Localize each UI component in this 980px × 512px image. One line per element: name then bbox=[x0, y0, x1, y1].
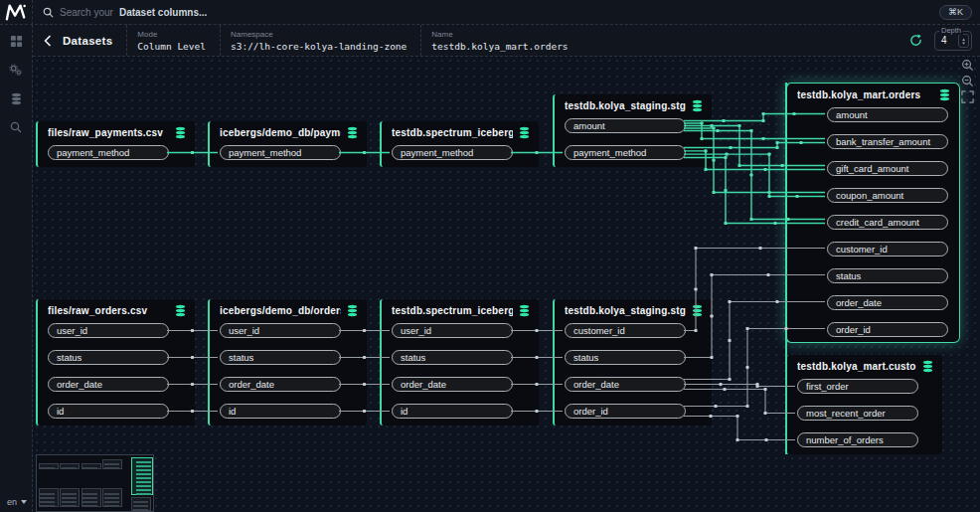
database-icon bbox=[174, 304, 187, 317]
sidebar-item-dashboard[interactable] bbox=[6, 33, 26, 49]
fit-view-icon bbox=[961, 90, 974, 103]
database-icon bbox=[518, 126, 531, 139]
column-chip-credit_card_amount[interactable]: credit_card_amount bbox=[827, 215, 948, 230]
minimap-column bbox=[104, 505, 119, 507]
dataset-node-title: testdb.spectrum_iceberg_d... bbox=[392, 305, 513, 316]
search-input[interactable]: Search your Dataset columns... bbox=[33, 7, 939, 18]
column-chip-status[interactable]: status bbox=[565, 350, 686, 365]
dataset-node-staging_payments[interactable]: testdb.kolya_staging.stg_... amountpayme… bbox=[553, 94, 712, 167]
dataset-node-spectrum_orders[interactable]: testdb.spectrum_iceberg_d... user_idstat… bbox=[380, 299, 539, 426]
column-chip-order_id[interactable]: order_id bbox=[565, 404, 686, 419]
dataset-node-spectrum_payments[interactable]: testdb.spectrum_iceberg_d... payment_met… bbox=[380, 121, 539, 167]
namespace-field: Namespace s3://lh-core-kolya-landing-zon… bbox=[220, 25, 420, 56]
back-button[interactable] bbox=[33, 35, 63, 47]
minimap-column bbox=[82, 467, 97, 469]
zoom-out-icon bbox=[961, 75, 974, 87]
column-chip-user_id[interactable]: user_id bbox=[48, 323, 169, 338]
column-chip-first_order[interactable]: first_order bbox=[797, 379, 918, 394]
column-chip-order_id[interactable]: order_id bbox=[827, 322, 948, 337]
minimap-column bbox=[133, 509, 148, 511]
column-chip-customer_id[interactable]: customer_id bbox=[565, 323, 686, 338]
language-selector[interactable]: en bbox=[7, 497, 27, 507]
depth-control[interactable]: Depth 4 ▴▾ bbox=[934, 31, 972, 51]
column-chip-payment_method[interactable]: payment_method bbox=[48, 145, 169, 160]
database-icon bbox=[346, 304, 359, 317]
column-chip-id[interactable]: id bbox=[48, 404, 169, 419]
minimap-column bbox=[82, 493, 97, 495]
marquez-logo-icon bbox=[3, 2, 29, 22]
depth-label: Depth bbox=[939, 26, 963, 35]
column-chip-status[interactable]: status bbox=[220, 350, 341, 365]
column-chip-status[interactable]: status bbox=[392, 350, 513, 365]
dataset-node-demo_payments[interactable]: icebergs/demo_db/payments payment_method bbox=[208, 121, 367, 167]
dataset-node-staging_orders[interactable]: testdb.kolya_staging.stg_... customer_id… bbox=[553, 299, 712, 426]
zoom-in-button[interactable] bbox=[959, 59, 975, 72]
column-chip-coupon_amount[interactable]: coupon_amount bbox=[827, 188, 948, 203]
column-chip-most_recent_order[interactable]: most_recent_order bbox=[797, 406, 918, 421]
dataset-node-title: testdb.spectrum_iceberg_d... bbox=[392, 127, 513, 138]
dataset-node-title: testdb.kolya_staging.stg_... bbox=[565, 100, 686, 111]
dataset-node-title: icebergs/demo_db/payments bbox=[220, 127, 341, 138]
minimap-column bbox=[136, 461, 151, 463]
column-chip-status[interactable]: status bbox=[48, 350, 169, 365]
minimap-column bbox=[136, 469, 151, 471]
database-icon bbox=[174, 126, 187, 139]
column-chip-payment_method[interactable]: payment_method bbox=[565, 145, 686, 160]
fit-view-button[interactable] bbox=[959, 90, 975, 103]
name-field: Name testdb.kolya_mart.orders bbox=[420, 25, 581, 56]
mode-field: Mode Column Level bbox=[126, 25, 220, 56]
column-chip-order_date[interactable]: order_date bbox=[220, 377, 341, 392]
dataset-node-title: files/raw_orders.csv bbox=[48, 305, 169, 316]
column-chip-payment_method[interactable]: payment_method bbox=[392, 145, 513, 160]
column-chip-user_id[interactable]: user_id bbox=[392, 323, 513, 338]
minimap-column bbox=[82, 497, 97, 499]
column-chip-payment_method[interactable]: payment_method bbox=[220, 145, 341, 160]
minimap[interactable] bbox=[36, 454, 154, 512]
minimap-column bbox=[62, 493, 77, 495]
dataset-node-title: testdb.kolya_mart.custome... bbox=[797, 361, 916, 372]
minimap-column bbox=[40, 467, 55, 469]
column-chip-gift_card_amount[interactable]: gift_card_amount bbox=[827, 161, 948, 176]
column-chip-order_date[interactable]: order_date bbox=[392, 377, 513, 392]
column-chip-amount[interactable]: amount bbox=[565, 118, 686, 133]
refresh-button[interactable] bbox=[909, 34, 922, 47]
minimap-column bbox=[104, 497, 119, 499]
sidebar-item-datasets[interactable] bbox=[6, 90, 26, 106]
minimap-column bbox=[133, 501, 148, 503]
dataset-node-mart_customers[interactable]: testdb.kolya_mart.custome... first_order… bbox=[785, 355, 942, 454]
sidebar-item-search[interactable] bbox=[6, 119, 26, 135]
dataset-node-title: icebergs/demo_db/orders bbox=[220, 305, 341, 316]
column-chip-status[interactable]: status bbox=[827, 268, 948, 283]
column-chip-id[interactable]: id bbox=[220, 404, 341, 419]
search-icon bbox=[43, 7, 54, 18]
minimap-column bbox=[136, 473, 151, 475]
dataset-node-raw_orders[interactable]: files/raw_orders.csv user_idstatusorder_… bbox=[36, 299, 195, 426]
chevron-left-icon bbox=[43, 35, 53, 47]
column-chip-order_date[interactable]: order_date bbox=[827, 295, 948, 310]
column-chip-user_id[interactable]: user_id bbox=[220, 323, 341, 338]
sidebar-item-jobs[interactable] bbox=[6, 62, 26, 78]
zoom-out-button[interactable] bbox=[959, 75, 975, 87]
dataset-node-mart_orders[interactable]: testdb.kolya_mart.orders amountbank_tran… bbox=[785, 83, 960, 343]
minimap-column bbox=[136, 489, 151, 491]
database-icon bbox=[691, 99, 704, 112]
column-chip-order_date[interactable]: order_date bbox=[48, 377, 169, 392]
dataset-node-raw_payments[interactable]: files/raw_payments.csv payment_method bbox=[36, 121, 195, 167]
refresh-icon bbox=[909, 34, 922, 47]
dataset-node-demo_orders[interactable]: icebergs/demo_db/orders user_idstatusord… bbox=[208, 299, 367, 426]
minimap-column bbox=[40, 505, 55, 507]
minimap-column bbox=[136, 477, 151, 479]
column-chip-order_date[interactable]: order_date bbox=[565, 377, 686, 392]
chevron-down-icon bbox=[21, 500, 27, 504]
minimap-column bbox=[62, 467, 77, 469]
minimap-column bbox=[104, 493, 119, 495]
column-chip-customer_id[interactable]: customer_id bbox=[827, 242, 948, 256]
depth-stepper[interactable]: ▴▾ bbox=[958, 34, 969, 48]
column-chip-bank_transfer_amount[interactable]: bank_transfer_amount bbox=[827, 134, 948, 149]
column-chip-id[interactable]: id bbox=[392, 404, 513, 419]
marquez-logo[interactable] bbox=[0, 0, 33, 25]
top-bar: Search your Dataset columns... ⌘K bbox=[0, 0, 980, 25]
minimap-column bbox=[62, 501, 77, 503]
column-chip-number_of_orders[interactable]: number_of_orders bbox=[797, 432, 918, 447]
column-chip-amount[interactable]: amount bbox=[827, 107, 948, 122]
